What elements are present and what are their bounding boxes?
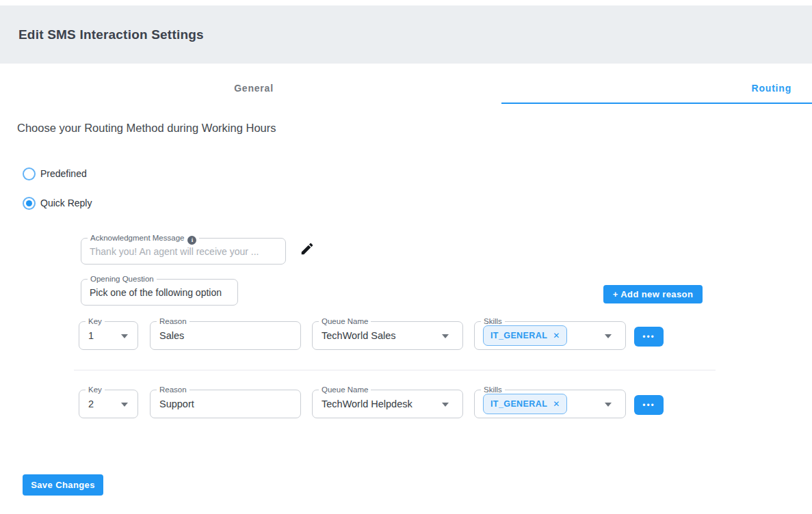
chevron-down-icon[interactable] [121, 334, 128, 338]
key-value: 1 [88, 322, 94, 349]
edit-sms-settings-page: Edit SMS Interaction Settings General Ro… [0, 0, 812, 514]
tab-general[interactable]: General [185, 83, 322, 94]
pencil-icon [300, 241, 315, 256]
chevron-down-icon[interactable] [605, 403, 612, 407]
queue-select[interactable]: Queue Name TechWorld Sales [312, 321, 463, 350]
skill-chip: IT_GENERAL ✕ [483, 325, 567, 346]
reason-value: Support [159, 390, 194, 418]
page-header: Edit SMS Interaction Settings [0, 5, 812, 64]
reason-row: Key 2 Reason Support Queue Name TechWorl… [0, 385, 812, 424]
key-value: 2 [88, 390, 94, 418]
chevron-down-icon[interactable] [605, 334, 612, 338]
radio-predefined[interactable]: Predefined [23, 167, 87, 180]
radio-quick-reply[interactable]: Quick Reply [23, 196, 92, 210]
row-more-options-button[interactable]: ••• [634, 327, 664, 347]
skill-chip-label: IT_GENERAL [490, 399, 547, 409]
chevron-down-icon[interactable] [121, 403, 128, 407]
skill-chip: IT_GENERAL ✕ [483, 394, 567, 414]
radio-circle-icon[interactable] [23, 197, 36, 210]
row-more-options-button[interactable]: ••• [634, 395, 664, 415]
key-select[interactable]: Key 1 [79, 321, 138, 350]
routing-method-heading: Choose your Routing Method during Workin… [17, 122, 276, 135]
radio-label: Quick Reply [40, 198, 92, 208]
queue-value: TechWorld Sales [322, 322, 396, 349]
acknowledgment-input[interactable] [90, 239, 278, 263]
acknowledgment-field: Acknowledgment Messagei [81, 238, 286, 265]
opening-question-input[interactable] [90, 280, 233, 304]
tab-routing[interactable]: Routing [752, 83, 791, 94]
chevron-down-icon[interactable] [442, 334, 449, 338]
save-changes-button[interactable]: Save Changes [23, 474, 103, 496]
reason-row: Key 1 Reason Sales Queue Name TechWorld … [0, 317, 812, 355]
active-tab-underline [501, 103, 812, 104]
reason-input-box[interactable]: Reason Support [150, 390, 301, 418]
opening-question-field: Opening Question [81, 279, 238, 306]
chevron-down-icon[interactable] [442, 403, 449, 407]
skill-chip-label: IT_GENERAL [490, 331, 547, 340]
radio-circle-icon[interactable] [23, 167, 36, 180]
reason-input-box[interactable]: Reason Sales [150, 321, 301, 350]
edit-acknowledgment-button[interactable] [298, 241, 316, 258]
page-title: Edit SMS Interaction Settings [18, 27, 204, 42]
add-new-reason-button[interactable]: + Add new reason [603, 285, 703, 303]
row-divider [74, 370, 716, 370]
queue-value: TechWorld Helpdesk [322, 390, 412, 418]
queue-select[interactable]: Queue Name TechWorld Helpdesk [312, 390, 463, 418]
skills-select[interactable]: Skills IT_GENERAL ✕ [474, 321, 626, 350]
key-select[interactable]: Key 2 [79, 390, 138, 418]
chip-remove-icon[interactable]: ✕ [553, 331, 560, 340]
radio-dot [26, 200, 32, 206]
radio-label: Predefined [40, 168, 87, 179]
reason-value: Sales [159, 322, 184, 349]
skills-select[interactable]: Skills IT_GENERAL ✕ [474, 390, 626, 418]
chip-remove-icon[interactable]: ✕ [553, 399, 560, 409]
